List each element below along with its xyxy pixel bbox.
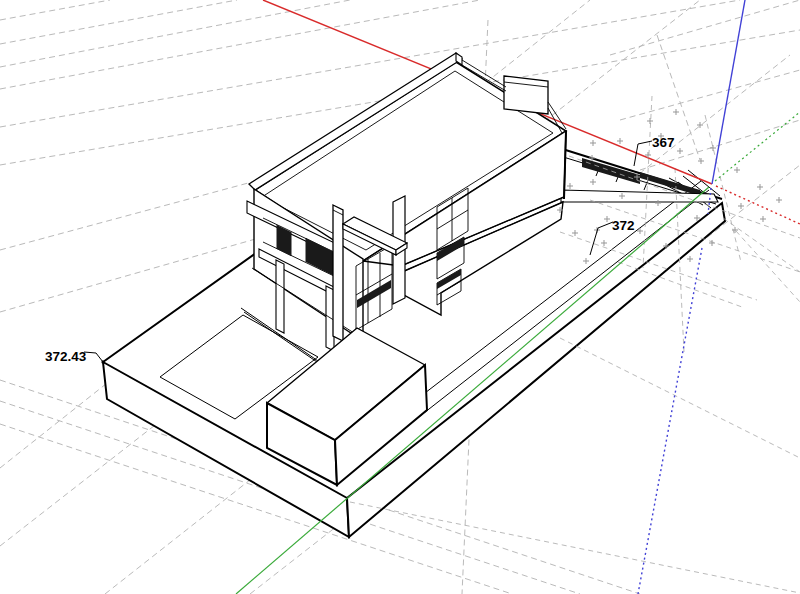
model-viewport[interactable]: 367 372 372.43 [0, 0, 800, 594]
blue-axis [712, 0, 745, 184]
red-axis-negative [716, 186, 800, 224]
facade-post-left [276, 260, 284, 333]
leader-endpoint-dot [101, 360, 104, 363]
elevation-label-367[interactable]: 367 [652, 135, 675, 150]
elevation-label-372[interactable]: 372 [612, 218, 635, 233]
front-fin-wall [333, 205, 343, 341]
green-axis-negative [715, 112, 800, 181]
roof-fin-northeast [504, 76, 548, 114]
elevation-label-372-43[interactable]: 372.43 [45, 349, 87, 364]
